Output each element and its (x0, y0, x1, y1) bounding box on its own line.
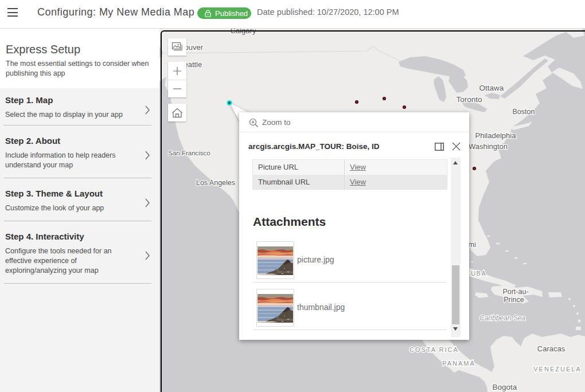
svg-text:Los Angeles: Los Angeles (196, 179, 235, 187)
svg-text:Prince: Prince (504, 296, 524, 304)
svg-text:Ottawa: Ottawa (479, 84, 504, 92)
svg-text:Caracas: Caracas (537, 344, 566, 353)
svg-text:Calgary: Calgary (231, 29, 256, 35)
svg-text:VENEZUELA: VENEZUELA (533, 366, 581, 373)
svg-text:Toronto: Toronto (456, 95, 482, 104)
svg-text:Boston: Boston (513, 108, 535, 116)
svg-text:COSTA RICA: COSTA RICA (410, 346, 459, 353)
svg-text:Philadelphia: Philadelphia (475, 131, 517, 140)
svg-text:San Francisco: San Francisco (168, 150, 210, 156)
svg-text:Bogota: Bogota (493, 383, 517, 391)
svg-text:Caribbean Sea: Caribbean Sea (479, 314, 525, 322)
svg-text:PANAMÁ: PANAMÁ (442, 360, 475, 367)
svg-text:Port-au-: Port-au- (502, 288, 528, 296)
svg-text:Washington: Washington (469, 142, 508, 151)
